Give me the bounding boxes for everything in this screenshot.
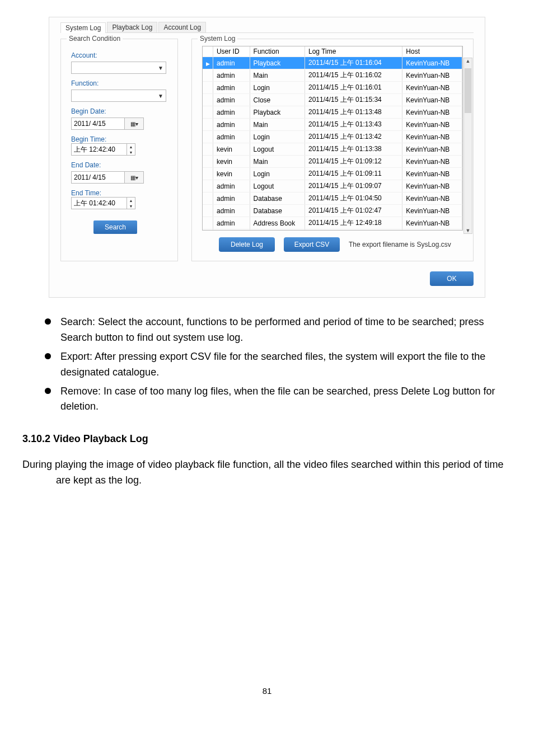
table-cell: 2011/4/15 上午 01:04:50 — [305, 192, 402, 205]
table-row[interactable]: adminDatabase2011/4/15 上午 01:02:47KevinY… — [203, 205, 462, 217]
spin-up-icon[interactable]: ▲ — [127, 144, 135, 149]
table-cell: admin — [213, 131, 250, 143]
account-select[interactable]: ▼ — [71, 62, 166, 74]
col-user-id[interactable]: User ID — [213, 46, 250, 57]
table-cell: 2011/4/15 上午 01:13:48 — [305, 106, 402, 119]
col-host[interactable]: Host — [402, 46, 462, 57]
table-cell: Database — [250, 192, 305, 205]
table-cell: 2011/4/15 上午 12:49:18 — [305, 217, 402, 229]
end-date-field[interactable] — [71, 171, 125, 184]
begin-time-field[interactable] — [71, 143, 127, 156]
spin-down-icon[interactable]: ▼ — [127, 149, 135, 155]
search-condition-legend: Search Condition — [67, 35, 123, 43]
table-row[interactable]: adminClose2011/4/15 上午 01:15:34KevinYuan… — [203, 94, 462, 106]
end-time-input[interactable]: ▲▼ — [71, 197, 138, 209]
table-row[interactable]: kevinLogin2011/4/15 上午 01:09:11KevinYuan… — [203, 168, 462, 180]
table-row[interactable]: adminMain2011/4/15 上午 01:16:02KevinYuan-… — [203, 69, 462, 82]
tab-account-log[interactable]: Account Log — [158, 22, 206, 32]
table-cell: 2011/4/15 上午 01:09:12 — [305, 156, 402, 168]
table-row[interactable]: kevinLogout2011/4/15 上午 01:13:38KevinYua… — [203, 143, 462, 156]
table-cell: 2011/4/15 上午 01:15:34 — [305, 94, 402, 106]
function-select[interactable]: ▼ — [71, 90, 166, 102]
table-cell: KevinYuan-NB — [402, 82, 462, 94]
table-cell: admin — [213, 57, 250, 69]
table-cell: KevinYuan-NB — [402, 180, 462, 192]
calendar-icon[interactable]: ▦▾ — [125, 171, 144, 184]
function-label: Function: — [71, 79, 167, 87]
table-cell: Logout — [250, 143, 305, 156]
table-cell: 2011/4/15 上午 01:16:04 — [305, 57, 402, 69]
begin-date-field[interactable] — [71, 118, 125, 130]
table-cell: kevin — [213, 156, 250, 168]
col-function[interactable]: Function — [250, 46, 305, 57]
scroll-down-icon[interactable]: ▼ — [466, 228, 471, 233]
table-cell: 2011/4/15 上午 01:13:43 — [305, 119, 402, 131]
begin-time-input[interactable]: ▲▼ — [71, 143, 138, 156]
table-cell: KevinYuan-NB — [402, 229, 462, 231]
table-cell: 2011/4/15 上午 01:16:02 — [305, 69, 402, 82]
scroll-thumb[interactable] — [465, 68, 471, 113]
end-time-label: End Time: — [71, 189, 167, 197]
delete-log-button[interactable]: Delete Log — [219, 237, 275, 252]
search-button[interactable]: Search — [93, 220, 137, 234]
table-row[interactable]: adminPlayback2011/4/15 上午 01:13:48KevinY… — [203, 106, 462, 119]
search-condition-group: Search Condition Account: ▼ Function: ▼ … — [60, 39, 178, 261]
begin-date-input[interactable]: ▦▾ — [71, 118, 145, 130]
table-row[interactable]: adminLogout2011/4/15 上午 01:09:07KevinYua… — [203, 180, 462, 192]
table-cell: 2011/4/15 上午 12:48:54 — [305, 229, 402, 231]
export-csv-button[interactable]: Export CSV — [284, 237, 340, 252]
table-row[interactable]: adminLogin2011/4/15 上午 01:13:42KevinYuan… — [203, 131, 462, 143]
table-cell: KevinYuan-NB — [402, 119, 462, 131]
ok-button[interactable]: OK — [430, 271, 474, 286]
table-cell: Database — [250, 205, 305, 217]
end-time-field[interactable] — [71, 197, 127, 209]
table-cell: Main — [250, 156, 305, 168]
table-row[interactable]: kevinMain2011/4/15 上午 01:09:12KevinYuan-… — [203, 156, 462, 168]
table-cell: KevinYuan-NB — [402, 94, 462, 106]
end-date-input[interactable]: ▦▾ — [71, 171, 145, 184]
table-cell: 2011/4/15 上午 01:02:47 — [305, 205, 402, 217]
table-cell: admin — [213, 119, 250, 131]
table-row[interactable]: adminAddress Book2011/4/15 上午 12:49:18Ke… — [203, 217, 462, 229]
table-cell: Main — [250, 69, 305, 82]
calendar-icon[interactable]: ▦▾ — [125, 118, 144, 130]
table-cell: KevinYuan-NB — [402, 217, 462, 229]
table-row[interactable]: adminLogin2011/4/15 上午 01:16:01KevinYuan… — [203, 82, 462, 94]
table-cell: 2011/4/15 上午 01:09:07 — [305, 180, 402, 192]
table-cell: admin — [213, 205, 250, 217]
table-cell: Address Book — [250, 217, 305, 229]
table-cell: Login — [250, 131, 305, 143]
scroll-up-icon[interactable]: ▲ — [466, 58, 471, 64]
spin-down-icon[interactable]: ▼ — [127, 203, 135, 209]
table-row[interactable]: adminPlayback2011/4/15 上午 01:16:04KevinY… — [203, 57, 462, 69]
table-cell: admin — [213, 69, 250, 82]
log-table-wrap: User ID Function Log Time Host adminPlay… — [202, 46, 463, 231]
table-cell: 2011/4/15 上午 01:13:38 — [305, 143, 402, 156]
table-row[interactable]: adminDatabase2011/4/15 上午 01:04:50KevinY… — [203, 192, 462, 205]
table-cell: KevinYuan-NB — [402, 143, 462, 156]
bullet-item: Export: After pressing export CSV file f… — [45, 349, 512, 381]
table-cell: KevinYuan-NB — [402, 168, 462, 180]
export-filename-note: The export filename is SysLog.csv — [349, 241, 451, 248]
table-cell: kevin — [213, 143, 250, 156]
table-row[interactable]: adminMain2011/4/15 上午 01:13:43KevinYuan-… — [203, 119, 462, 131]
spin-up-icon[interactable]: ▲ — [127, 198, 135, 203]
table-cell: 2011/4/15 上午 01:09:11 — [305, 168, 402, 180]
col-log-time[interactable]: Log Time — [305, 46, 402, 57]
table-cell: 2011/4/15 上午 01:16:01 — [305, 82, 402, 94]
table-cell: 2011/4/15 上午 01:13:42 — [305, 131, 402, 143]
table-cell: Login — [250, 168, 305, 180]
table-row[interactable]: adminAddress Book2011/4/15 上午 12:48:54Ke… — [203, 229, 462, 231]
scrollbar[interactable]: ▲ ▼ — [463, 58, 472, 234]
table-cell: admin — [213, 94, 250, 106]
system-log-dialog: System Log Playback Log Account Log Sear… — [49, 17, 485, 298]
chevron-down-icon: ▼ — [158, 65, 163, 71]
table-cell: Close — [250, 94, 305, 106]
section-heading: 3.10.2 Video Playback Log — [22, 431, 512, 447]
paragraph: During playing the image of video playba… — [22, 457, 512, 489]
tab-playback-log[interactable]: Playback Log — [107, 22, 157, 32]
table-cell: admin — [213, 192, 250, 205]
table-cell: KevinYuan-NB — [402, 205, 462, 217]
table-cell: KevinYuan-NB — [402, 131, 462, 143]
tab-system-log[interactable]: System Log — [60, 22, 106, 33]
